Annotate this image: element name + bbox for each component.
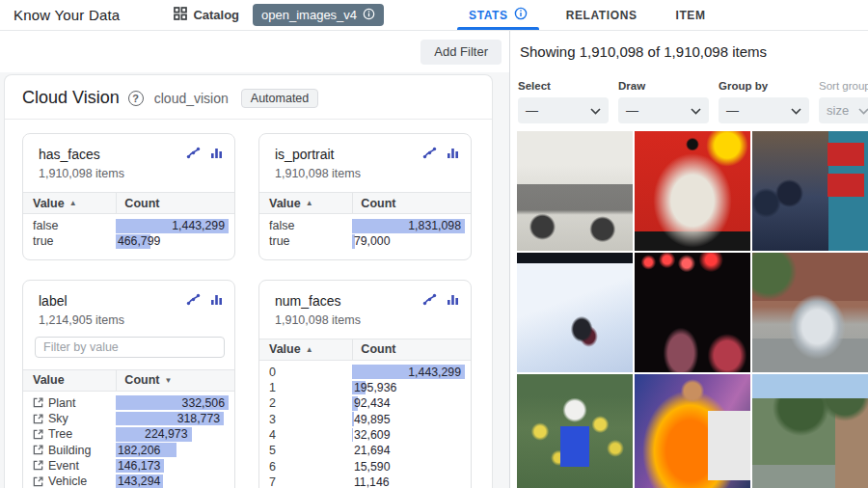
table-row[interactable]: 432,609 [259, 427, 471, 443]
table-row[interactable]: 292,434 [259, 395, 471, 411]
table-row[interactable]: Tree224,973 [23, 426, 234, 442]
row-value: 3 [259, 413, 350, 426]
bar-chart-icon[interactable] [447, 293, 459, 306]
row-value: Event [23, 459, 114, 473]
stats-info-icon[interactable] [514, 7, 528, 23]
chevron-down-icon [791, 103, 801, 118]
panel-subtitle: cloud_vision [154, 91, 229, 106]
grid-photo-hi-vis[interactable] [635, 374, 750, 488]
select-dropdown[interactable]: — [518, 97, 609, 123]
sort-groups-dropdown[interactable]: size [819, 97, 868, 123]
tab-relations-label: RELATIONS [566, 9, 637, 22]
draw-label: Draw [618, 80, 709, 92]
distribution-chart-icon[interactable] [186, 147, 201, 159]
column-header-count[interactable]: Count [352, 193, 471, 213]
column-header-value[interactable]: Value▲ [259, 342, 352, 356]
open-in-new-icon[interactable] [33, 397, 43, 408]
open-in-new-icon[interactable] [33, 414, 43, 424]
open-in-new-icon[interactable] [33, 429, 43, 440]
filter-by-value-input[interactable] [35, 337, 225, 358]
dataset-chip[interactable]: open_images_v4 [253, 4, 384, 26]
column-header-value[interactable]: Value▲ [259, 197, 352, 210]
catalog-label: Catalog [193, 8, 239, 22]
sort-groups-label: Sort groups by [819, 80, 868, 92]
tab-relations[interactable]: RELATIONS [547, 0, 657, 30]
draw-dropdown[interactable]: — [618, 97, 709, 123]
open-in-new-icon[interactable] [33, 445, 43, 455]
distribution-chart-icon[interactable] [186, 293, 201, 306]
table-row[interactable]: Sky318,773 [23, 411, 234, 426]
card-item-count: 1,910,098 items [39, 167, 219, 180]
bar-chart-icon[interactable] [210, 293, 223, 306]
table-row[interactable]: 615,590 [259, 458, 471, 474]
table-row[interactable]: 1195,936 [259, 380, 471, 395]
help-icon[interactable]: ? [128, 91, 144, 106]
add-filter-button[interactable]: Add Filter [420, 40, 502, 65]
stat-cards-grid: has_faces 1,910,098 items [5, 120, 492, 488]
grid-photo-concert[interactable] [635, 253, 750, 372]
open-in-new-icon[interactable] [33, 476, 43, 487]
grid-photo-vintage-truck[interactable] [517, 131, 633, 251]
row-count: 146,173 [114, 459, 229, 474]
column-header-count[interactable]: Count [352, 339, 471, 360]
select-label: Select [518, 80, 609, 92]
stats-column: Cloud Vision ? cloud_vision Automated ha… [0, 72, 510, 488]
grid-photo-courtyard[interactable] [752, 374, 868, 488]
grid-photo-toy-packaging[interactable] [635, 131, 750, 251]
row-value: false [23, 219, 114, 232]
row-count: 466,799 [114, 234, 229, 249]
tab-stats[interactable]: STATS [449, 0, 547, 30]
card-label: label 1,214,905 items [22, 280, 235, 488]
table-row[interactable]: true79,000 [259, 233, 471, 249]
column-header-count[interactable]: Count▼ [116, 370, 234, 391]
table-row[interactable]: 01,443,299 [259, 365, 471, 380]
sort-groups-control: Sort groups by size [819, 80, 868, 123]
column-header-count[interactable]: Count [116, 193, 234, 213]
table-row[interactable]: Vehicle143,294 [23, 474, 234, 488]
table-row[interactable]: false1,443,299 [23, 218, 234, 233]
table-row[interactable]: 711,146 [259, 474, 471, 488]
group-by-dropdown[interactable]: — [719, 97, 809, 123]
table-row[interactable]: 349,895 [259, 411, 471, 426]
distribution-chart-icon[interactable] [422, 147, 437, 159]
grid-photo-cyclists[interactable] [752, 131, 868, 251]
card-title: label [39, 293, 68, 309]
tab-item[interactable]: ITEM [657, 0, 725, 30]
open-in-new-icon[interactable] [33, 460, 43, 471]
card-title: num_faces [275, 293, 340, 309]
table-row[interactable]: true466,799 [23, 233, 234, 249]
draw-control: Draw — [618, 80, 709, 123]
table-row[interactable]: Building182,206 [23, 442, 234, 457]
row-count: 49,895 [350, 412, 465, 426]
table-row[interactable]: 521,694 [259, 443, 471, 458]
card-title: is_portrait [275, 147, 334, 162]
draw-value: — [626, 103, 638, 118]
bar-chart-icon[interactable] [447, 147, 459, 159]
catalog-button[interactable]: Catalog [174, 7, 239, 24]
column-header-value[interactable]: Value [23, 373, 116, 387]
row-value: true [259, 234, 350, 248]
row-value: Sky [23, 412, 114, 425]
column-header-value[interactable]: Value▲ [23, 197, 116, 210]
table-row[interactable]: Event146,173 [23, 458, 234, 474]
panel-title: Cloud Vision [22, 88, 120, 108]
bar-chart-icon[interactable] [210, 147, 223, 159]
grid-photo-silver-car[interactable] [752, 253, 868, 372]
table-row[interactable]: false1,831,098 [259, 218, 471, 233]
card-item-count: 1,910,098 items [275, 313, 455, 327]
row-count: 143,294 [114, 474, 229, 488]
sort-arrow-icon: ▲ [306, 199, 313, 207]
row-value: Vehicle [23, 474, 114, 488]
table-row[interactable]: Plant332,506 [23, 395, 234, 411]
distribution-chart-icon[interactable] [422, 293, 437, 306]
row-value: 4 [259, 428, 350, 442]
select-value: — [526, 103, 538, 118]
row-count: 92,434 [350, 396, 465, 411]
grid-photo-garden[interactable] [517, 374, 633, 488]
grid-photo-snow-tubing[interactable] [517, 253, 633, 372]
row-value: 1 [259, 381, 350, 394]
select-control: Select — [518, 80, 609, 123]
info-icon[interactable] [363, 8, 375, 23]
sort-groups-value: size [827, 103, 849, 118]
cloud-vision-panel: Cloud Vision ? cloud_vision Automated ha… [4, 74, 493, 488]
